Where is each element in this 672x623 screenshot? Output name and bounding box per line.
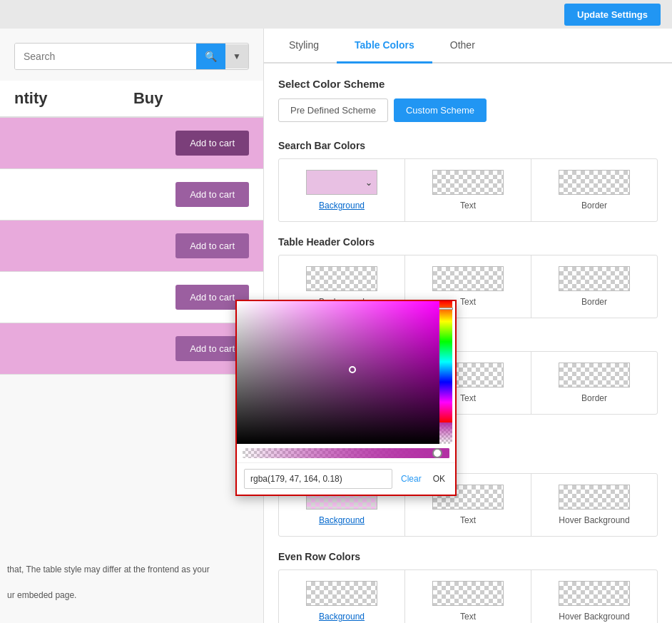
tab-table-colors[interactable]: Table Colors: [337, 29, 432, 64]
table-header-colors-title: Table Header Colors: [278, 236, 658, 248]
search-border-preview[interactable]: [559, 170, 630, 195]
buy-header: Buy: [47, 89, 249, 108]
search-input[interactable]: [15, 44, 196, 69]
custom-scheme-button[interactable]: Custom Scheme: [394, 98, 487, 122]
top-bar: Update Settings: [0, 0, 672, 29]
picker-clear-button[interactable]: Clear: [398, 474, 424, 484]
search-text-label: Text: [460, 201, 476, 211]
quantity-header: ntity: [14, 89, 47, 108]
even-text-preview[interactable]: [432, 581, 504, 606]
header-border-label: Border: [581, 297, 607, 307]
header-border-preview[interactable]: [559, 266, 630, 291]
body-border-cell: Border: [531, 352, 657, 414]
search-bar-colors-section: Search Bar Colors ⌄ Background Text Bord…: [278, 140, 658, 222]
product-row-5: Add to cart: [0, 323, 263, 375]
picker-ok-button[interactable]: OK: [430, 474, 448, 484]
even-bg-preview[interactable]: [306, 581, 377, 606]
footer-note: that, The table style may differ at the …: [7, 563, 256, 602]
picker-body: [237, 301, 455, 444]
even-bg-cell: Background: [279, 570, 405, 623]
even-hover-bg-cell: Hover Background: [531, 570, 657, 623]
even-bg-label[interactable]: Background: [319, 612, 365, 622]
header-text-label: Text: [460, 297, 476, 307]
color-scheme-buttons: Pre Defined Scheme Custom Scheme: [278, 98, 658, 122]
picker-sliders: [237, 444, 455, 462]
alpha-bar[interactable]: [439, 422, 452, 444]
search-border-cell: Border: [531, 159, 657, 221]
picker-side-bars: [439, 301, 455, 444]
color-scheme-title: Select Color Scheme: [278, 78, 658, 90]
product-row-3: Add to cart: [0, 221, 263, 272]
odd-text-label: Text: [460, 515, 476, 525]
product-row-2: Add to cart: [0, 169, 263, 221]
color-value-input[interactable]: [244, 469, 392, 489]
add-to-cart-button-2[interactable]: Add to cart: [175, 182, 249, 207]
product-row-4: Add to cart: [0, 272, 263, 323]
body-border-preview[interactable]: [559, 363, 630, 388]
search-text-preview[interactable]: [432, 170, 504, 195]
odd-bg-label[interactable]: Background: [319, 515, 365, 525]
odd-hover-bg-preview[interactable]: [559, 485, 630, 510]
left-panel: 🔍 ▼ ntity Buy Add to cart Add to cart Ad…: [0, 29, 264, 623]
alpha-slider[interactable]: [243, 448, 449, 458]
tab-other[interactable]: Other: [432, 29, 493, 64]
even-text-cell: Text: [405, 570, 531, 623]
even-row-colors-title: Even Row Colors: [278, 551, 658, 562]
header-text-preview[interactable]: [432, 266, 504, 291]
search-bg-preview[interactable]: ⌄: [306, 170, 377, 195]
even-hover-bg-label: Hover Background: [559, 612, 629, 622]
search-border-label: Border: [581, 201, 607, 211]
search-button[interactable]: 🔍: [196, 44, 225, 69]
add-to-cart-button-1[interactable]: Add to cart: [175, 131, 249, 156]
search-bg-cell: ⌄ Background: [279, 159, 405, 221]
picker-gradient-area[interactable]: [237, 301, 439, 444]
column-headers: ntity Buy: [0, 81, 263, 118]
tabs-bar: Styling Table Colors Other: [264, 29, 672, 64]
product-row-1: Add to cart: [0, 118, 263, 169]
search-bar-colors-title: Search Bar Colors: [278, 140, 658, 151]
header-border-cell: Border: [531, 255, 657, 318]
search-bg-label[interactable]: Background: [319, 201, 365, 211]
odd-hover-bg-cell: Hover Background: [531, 474, 657, 536]
color-picker-popup: Clear OK: [235, 300, 457, 496]
search-bar-colors-row: ⌄ Background Text Border: [278, 158, 658, 222]
tab-styling[interactable]: Styling: [271, 29, 337, 64]
predefined-scheme-button[interactable]: Pre Defined Scheme: [278, 98, 388, 122]
search-dropdown-button[interactable]: ▼: [225, 44, 248, 69]
even-hover-bg-preview[interactable]: [559, 581, 630, 606]
search-bar: 🔍 ▼: [14, 43, 249, 70]
body-text-label: Text: [460, 393, 476, 403]
even-text-label: Text: [460, 612, 476, 622]
even-row-colors-row: Background Text Hover Background: [278, 569, 658, 623]
update-settings-button[interactable]: Update Settings: [564, 4, 661, 26]
odd-hover-bg-label: Hover Background: [559, 515, 629, 525]
search-text-cell: Text: [405, 159, 531, 221]
picker-input-row: Clear OK: [237, 462, 455, 495]
picker-cursor: [349, 366, 356, 373]
even-row-colors-section: Even Row Colors Background Text Hover Ba…: [278, 551, 658, 623]
add-to-cart-button-3[interactable]: Add to cart: [175, 233, 249, 258]
hue-bar[interactable]: [439, 301, 452, 422]
header-bg-preview[interactable]: [306, 266, 377, 291]
body-border-label: Border: [581, 393, 607, 403]
